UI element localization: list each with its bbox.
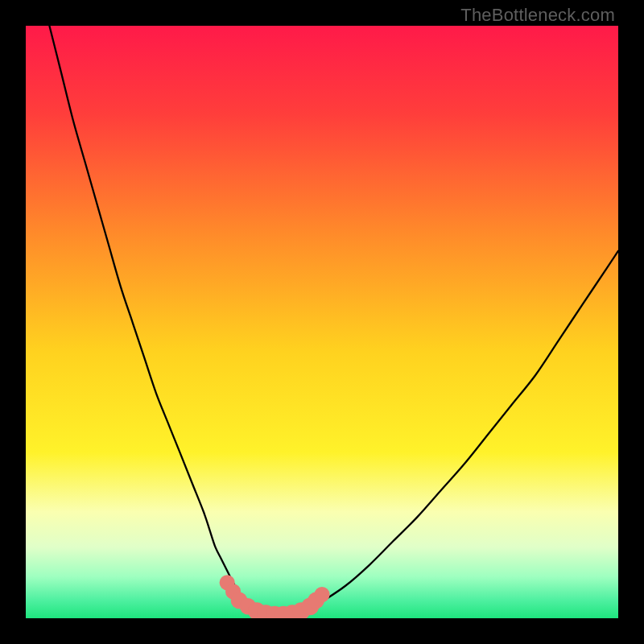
curve-layer <box>26 26 618 618</box>
bottleneck-curve <box>49 26 618 616</box>
floor-bead <box>314 587 329 602</box>
floor-beads <box>220 575 330 618</box>
watermark-label: TheBottleneck.com <box>460 5 615 26</box>
plot-area <box>26 26 618 618</box>
chart-frame: TheBottleneck.com <box>0 0 644 644</box>
